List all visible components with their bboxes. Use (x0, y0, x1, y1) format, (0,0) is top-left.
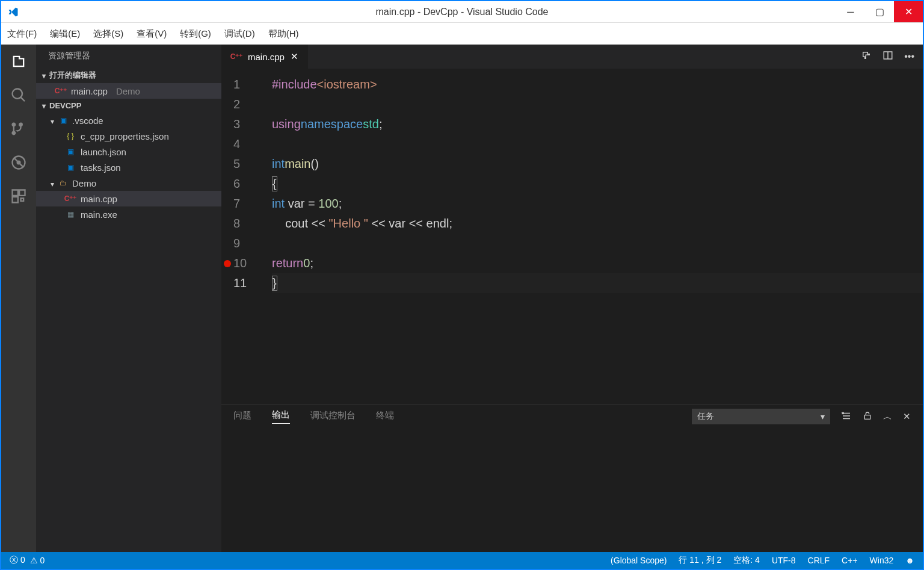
panel-tab-debug-console[interactable]: 调试控制台 (310, 410, 356, 424)
split-editor-icon[interactable] (882, 50, 893, 63)
debug-icon[interactable] (9, 153, 28, 172)
find-in-files-icon[interactable] (861, 50, 872, 63)
search-icon[interactable] (9, 85, 28, 105)
menu-file[interactable]: 文件(F) (7, 28, 37, 40)
menu-edit[interactable]: 编辑(E) (50, 28, 80, 40)
status-config[interactable]: Win32 (870, 556, 894, 565)
svg-rect-4 (864, 415, 870, 419)
clear-output-icon[interactable] (841, 410, 852, 423)
status-indent[interactable]: 空格: 4 (733, 555, 760, 566)
vscode-folder-icon: ▣ (58, 115, 69, 126)
code-editor[interactable]: 1234567891011 #include <iostream>using n… (221, 69, 923, 404)
editor-area: C⁺⁺ main.cpp ✕ ••• 1234567891011 #includ… (221, 45, 923, 552)
cpp-file-icon: C⁺⁺ (55, 85, 66, 96)
minimize-button[interactable]: ─ (836, 1, 865, 22)
open-editors-header[interactable]: 打开的编辑器 (36, 67, 221, 83)
sidebar-title: 资源管理器 (36, 45, 221, 67)
folder-vscode[interactable]: ▣.vscode (36, 113, 221, 128)
tab-main-cpp[interactable]: C⁺⁺ main.cpp ✕ (221, 45, 309, 69)
more-actions-icon[interactable]: ••• (904, 51, 914, 62)
folder-icon: 🗀 (58, 178, 69, 188)
status-feedback-icon[interactable]: ☻ (905, 556, 914, 565)
source-control-icon[interactable] (9, 119, 28, 138)
panel-tab-terminal[interactable]: 终端 (376, 410, 394, 424)
project-header[interactable]: DEVCPP (36, 99, 221, 113)
close-button[interactable]: ✕ (894, 1, 923, 22)
svg-point-1 (17, 161, 21, 165)
chevron-down-icon: ▾ (821, 412, 825, 421)
titlebar: main.cpp - DevCpp - Visual Studio Code ─… (1, 1, 923, 23)
maximize-button[interactable]: ▢ (865, 1, 894, 22)
chevron-down-icon (42, 71, 46, 80)
open-editor-item[interactable]: C⁺⁺ main.cpp Demo (36, 83, 221, 99)
close-panel-icon[interactable]: ✕ (903, 411, 911, 422)
status-encoding[interactable]: UTF-8 (772, 556, 796, 565)
explorer-icon[interactable] (9, 52, 28, 71)
chevron-down-icon (42, 101, 46, 110)
status-errors[interactable]: ⓧ 0 (10, 555, 25, 566)
file-main-cpp[interactable]: C⁺⁺main.cpp (36, 191, 221, 206)
menu-go[interactable]: 转到(G) (180, 28, 211, 40)
exe-file-icon: ▦ (65, 209, 76, 220)
file-tasks-json[interactable]: ▣tasks.json (36, 160, 221, 175)
status-cursor[interactable]: 行 11 , 列 2 (679, 555, 721, 566)
json-file-icon: { } (65, 131, 76, 141)
vscode-logo-icon (1, 1, 25, 22)
editor-tabs: C⁺⁺ main.cpp ✕ ••• (221, 45, 923, 69)
maximize-panel-icon[interactable]: ︿ (883, 411, 892, 423)
menu-debug[interactable]: 调试(D) (224, 28, 255, 40)
close-tab-icon[interactable]: ✕ (291, 51, 298, 62)
status-language[interactable]: C++ (842, 556, 857, 565)
bottom-panel: 问题 输出 调试控制台 终端 任务▾ ︿ ✕ (221, 404, 923, 552)
menu-view[interactable]: 查看(V) (137, 28, 167, 40)
file-launch-json[interactable]: ▣launch.json (36, 144, 221, 160)
status-warnings[interactable]: ⚠ 0 (30, 556, 45, 565)
activitybar (1, 45, 36, 552)
menu-selection[interactable]: 选择(S) (93, 28, 123, 40)
chevron-down-icon (51, 116, 54, 126)
cpp-file-icon: C⁺⁺ (65, 193, 76, 204)
menu-help[interactable]: 帮助(H) (268, 28, 299, 40)
file-main-exe[interactable]: ▦main.exe (36, 206, 221, 222)
folder-demo[interactable]: 🗀Demo (36, 175, 221, 191)
panel-tab-output[interactable]: 输出 (272, 409, 290, 424)
output-channel-select[interactable]: 任务▾ (692, 409, 830, 424)
breakpoint-icon[interactable] (224, 260, 231, 267)
status-scope[interactable]: (Global Scope) (611, 556, 667, 565)
explorer-sidebar: 资源管理器 打开的编辑器 C⁺⁺ main.cpp Demo DEVCPP ▣.… (36, 45, 221, 552)
file-c-cpp-properties[interactable]: { }c_cpp_properties.json (36, 128, 221, 144)
extensions-icon[interactable] (9, 187, 28, 206)
vs-file-icon: ▣ (65, 146, 76, 157)
window-title: main.cpp - DevCpp - Visual Studio Code (376, 7, 549, 17)
cpp-file-icon: C⁺⁺ (231, 51, 242, 62)
lock-scroll-icon[interactable] (863, 411, 872, 423)
statusbar: ⓧ 0 ⚠ 0 (Global Scope) 行 11 , 列 2 空格: 4 … (1, 552, 923, 569)
vs-file-icon: ▣ (65, 162, 76, 173)
panel-tab-problems[interactable]: 问题 (233, 410, 251, 424)
status-eol[interactable]: CRLF (808, 556, 830, 565)
chevron-down-icon (51, 178, 54, 188)
menubar: 文件(F) 编辑(E) 选择(S) 查看(V) 转到(G) 调试(D) 帮助(H… (1, 23, 923, 45)
